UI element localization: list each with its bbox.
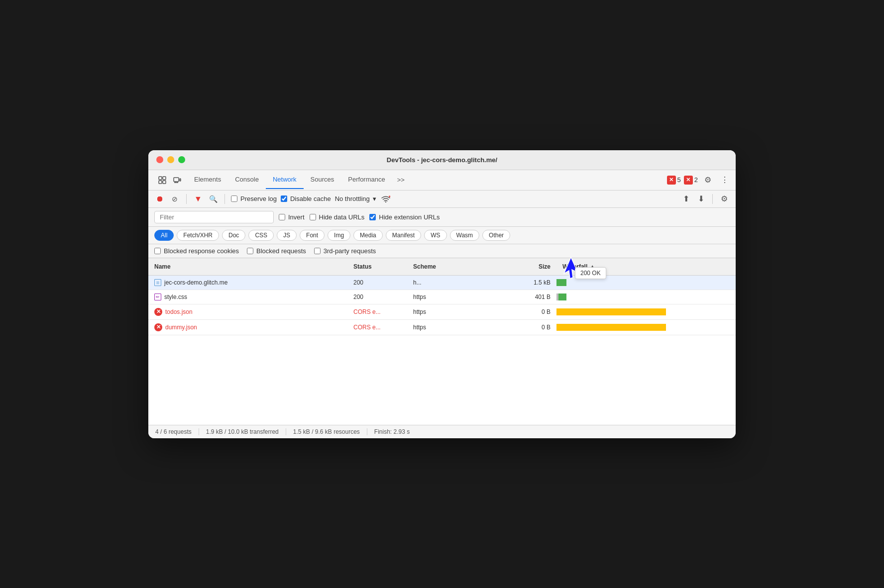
tab-icons [152, 170, 187, 190]
filter-icon[interactable]: ▼ [193, 194, 204, 204]
extra-filterbar: Blocked response cookies Blocked request… [148, 244, 736, 258]
blocked-requests-checkbox[interactable] [247, 248, 253, 254]
preserve-log-checkbox[interactable] [231, 196, 237, 202]
chip-font[interactable]: Font [300, 230, 325, 241]
tab-network[interactable]: Network [266, 171, 304, 189]
chip-js[interactable]: JS [277, 230, 297, 241]
tab-sources[interactable]: Sources [304, 171, 341, 189]
hide-extension-urls-label: Hide extension URLs [379, 213, 440, 221]
disable-cache-checkbox-group[interactable]: Disable cache [281, 195, 331, 202]
tab-performance[interactable]: Performance [341, 171, 392, 189]
td-name-3: ✕ todos.json [148, 306, 347, 317]
table-row[interactable]: ✕ todos.json CORS e... https 0 B [148, 304, 736, 320]
third-party-checkbox-group[interactable]: 3rd-party requests [314, 247, 376, 255]
error-badge-2: ✕ 2 [684, 176, 698, 185]
td-waterfall-2 [556, 292, 736, 302]
invert-checkbox-group[interactable]: Invert [279, 213, 305, 221]
svg-rect-3 [163, 181, 166, 184]
chip-ws[interactable]: WS [424, 230, 446, 241]
minimize-button[interactable] [167, 156, 174, 163]
statusbar: 4 / 6 requests 1.9 kB / 10.0 kB transfer… [148, 425, 736, 438]
th-size[interactable]: Size [497, 261, 556, 272]
td-status-2: 200 [347, 292, 407, 302]
device-icon[interactable] [171, 174, 183, 186]
blocked-requests-checkbox-group[interactable]: Blocked requests [247, 247, 306, 255]
chip-doc[interactable]: Doc [222, 230, 245, 241]
td-status-3: CORS e... [347, 307, 407, 317]
titlebar: DevTools - jec-cors-demo.glitch.me/ [148, 150, 736, 170]
svg-rect-0 [159, 177, 162, 180]
chip-img[interactable]: Img [328, 230, 350, 241]
td-scheme-1: h... [407, 278, 497, 288]
throttle-label: No throttling [335, 195, 370, 202]
table-row[interactable]: ✕ dummy.json CORS e... https 0 B [148, 320, 736, 335]
td-name-2: ✏ style.css [148, 292, 347, 302]
chip-fetch-xhr[interactable]: Fetch/XHR [177, 230, 219, 241]
th-scheme[interactable]: Scheme [407, 261, 497, 272]
chip-media[interactable]: Media [353, 230, 383, 241]
download-icon[interactable]: ⬇ [695, 194, 706, 204]
hide-data-urls-checkbox-group[interactable]: Hide data URLs [310, 213, 365, 221]
td-size-4: 0 B [497, 322, 556, 332]
td-name-1: ≡ jec-cors-demo.glitch.me [148, 278, 347, 288]
tab-right-actions: ✕ 5 ✕ 2 ⚙ ⋮ [667, 173, 732, 187]
settings-gear-icon[interactable]: ⚙ [701, 173, 715, 187]
invert-checkbox[interactable] [279, 214, 285, 220]
hide-extension-urls-checkbox[interactable] [369, 214, 376, 220]
disable-cache-checkbox[interactable] [281, 196, 287, 202]
toolbar-settings-icon[interactable]: ⚙ [719, 194, 730, 204]
third-party-checkbox[interactable] [314, 248, 321, 254]
blocked-cookies-checkbox[interactable] [154, 248, 161, 254]
wifi-icon[interactable] [380, 194, 391, 204]
more-options-icon[interactable]: ⋮ [718, 173, 732, 187]
td-waterfall-4 [556, 322, 736, 332]
status-resources: 1.5 kB / 9.6 kB resources [286, 428, 367, 435]
tabbar: Elements Console Network Sources Perform… [148, 170, 736, 191]
chip-other[interactable]: Other [482, 230, 510, 241]
chip-manifest[interactable]: Manifest [386, 230, 421, 241]
chips-bar: All Fetch/XHR Doc CSS JS Font Img Media … [148, 227, 736, 244]
th-name[interactable]: Name [148, 261, 347, 272]
table-row[interactable]: ≡ jec-cors-demo.glitch.me 200 h... 1.5 k… [148, 276, 736, 290]
table-header: Name Status Scheme Size Waterfall ▲ [148, 258, 736, 276]
blocked-cookies-checkbox-group[interactable]: Blocked response cookies [154, 247, 239, 255]
td-name-4: ✕ dummy.json [148, 322, 347, 333]
td-size-1: 1.5 kB [497, 278, 556, 288]
row-name-1: jec-cors-demo.glitch.me [164, 279, 227, 286]
chip-wasm[interactable]: Wasm [450, 230, 480, 241]
empty-rows [148, 335, 736, 425]
hide-extension-urls-checkbox-group[interactable]: Hide extension URLs [369, 213, 440, 221]
status-transferred: 1.9 kB / 10.0 kB transferred [199, 428, 286, 435]
th-status[interactable]: Status [347, 261, 407, 272]
filterbar: Invert Hide data URLs Hide extension URL… [148, 208, 736, 227]
hide-data-urls-checkbox[interactable] [310, 214, 316, 220]
filter-input[interactable] [154, 211, 274, 223]
throttle-arrow: ▾ [373, 195, 376, 202]
waterfall-bar-green-2 [558, 294, 566, 300]
chip-all[interactable]: All [154, 230, 174, 241]
td-status-4: CORS e... [347, 322, 407, 332]
preserve-log-checkbox-group[interactable]: Preserve log [231, 195, 277, 202]
network-table: Name Status Scheme Size Waterfall ▲ ≡ je… [148, 258, 736, 425]
table-row[interactable]: ✏ style.css 200 https 401 B [148, 290, 736, 304]
record-button[interactable]: ⏺ [154, 194, 165, 204]
svg-rect-1 [163, 177, 166, 180]
waterfall-bar-yellow-3 [556, 308, 666, 315]
maximize-button[interactable] [178, 156, 185, 163]
throttle-dropdown[interactable]: No throttling ▾ [335, 195, 376, 202]
tab-elements[interactable]: Elements [187, 171, 228, 189]
search-icon[interactable]: 🔍 [208, 194, 219, 204]
status-finish: Finish: 2.93 s [367, 428, 417, 435]
chip-css[interactable]: CSS [248, 230, 274, 241]
td-size-3: 0 B [497, 307, 556, 317]
clear-button[interactable]: ⊘ [169, 194, 180, 204]
inspector-icon[interactable] [156, 174, 168, 186]
traffic-lights [156, 156, 185, 163]
close-button[interactable] [156, 156, 163, 163]
tab-console[interactable]: Console [228, 171, 266, 189]
svg-rect-5 [180, 179, 181, 181]
toolbar-divider-3 [712, 194, 713, 204]
upload-icon[interactable]: ⬆ [680, 194, 691, 204]
tab-more[interactable]: >> [392, 172, 410, 188]
tooltip-200ok: 200 OK [575, 267, 606, 279]
